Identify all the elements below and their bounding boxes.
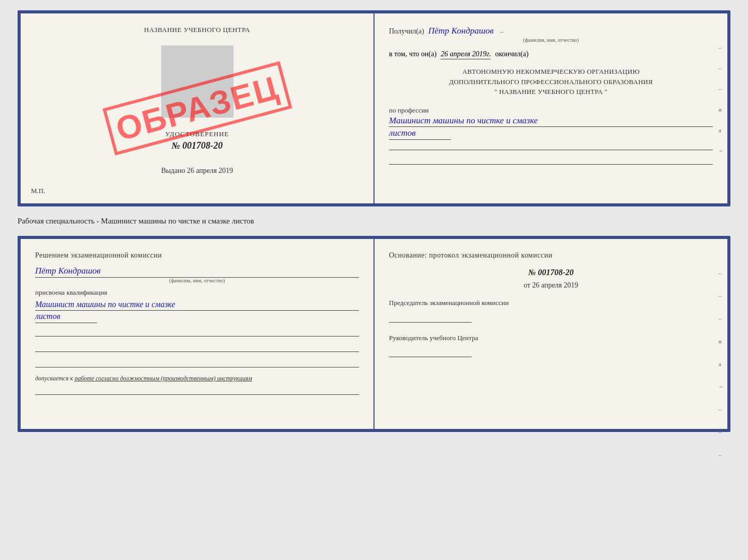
right-side-labels: – – – и а ←: [719, 44, 724, 154]
udostoverenie-title: УДОСТОВЕРЕНИЕ: [165, 130, 229, 138]
org-line1: АВТОНОМНУЮ НЕКОММЕРЧЕСКУЮ ОРГАНИЗАЦИЮ: [389, 67, 713, 77]
prisvoyena-label: присвоена квалификация: [35, 289, 359, 297]
dash-separator: –: [500, 27, 504, 36]
date-block: в том, что он(а) 26 апреля 2019г. окончи…: [389, 50, 713, 59]
org-line2: ДОПОЛНИТЕЛЬНОГО ПРОФЕССИОНАЛЬНОГО ОБРАЗО…: [389, 77, 713, 87]
qualification-line1: Машинист машины по чистке и смазке: [35, 299, 359, 311]
rukovoditel-signature-line: [389, 345, 472, 357]
dopuskaetsya-prefix: допускается к: [35, 375, 73, 382]
qualification-line2: листов: [35, 311, 97, 323]
okoncil-label: окончил(а): [495, 50, 528, 58]
rukovoditel-block: Руководитель учебного Центра: [389, 333, 713, 358]
osnovanie-title: Основание: протокол экзаменационной коми…: [389, 251, 713, 260]
cert-right-panel: Получил(а) Пётр Кондрашов – (фамилия, им…: [375, 13, 727, 203]
mp-line: М.П.: [31, 187, 45, 195]
org-name: " НАЗВАНИЕ УЧЕБНОГО ЦЕНТРА ": [389, 87, 713, 97]
date-value: 26 апреля 2019г.: [441, 50, 491, 59]
cert-number: № 001708-20: [165, 140, 229, 151]
exam-name-block: Пётр Кондрашов (фамилия, имя, отчество): [35, 266, 359, 283]
cert-left-panel: НАЗВАНИЕ УЧЕБНОГО ЦЕНТРА УДОСТОВЕРЕНИЕ №…: [21, 13, 375, 203]
recipient-block: Получил(а) Пётр Кондрашов – (фамилия, им…: [389, 26, 713, 43]
predsedatel-block: Председатель экзаменационной комиссии: [389, 298, 713, 323]
profession-name-2: листов: [389, 127, 451, 140]
date-prefix: от: [524, 281, 531, 289]
exam-right-panel: Основание: протокол экзаменационной коми…: [375, 239, 727, 429]
exam-left-panel: Решением экзаменационной комиссии Пётр К…: [21, 239, 375, 429]
udostoverenie-block: УДОСТОВЕРЕНИЕ № 001708-20: [165, 130, 229, 151]
specialty-label: Рабочая специальность - Машинист машины …: [18, 215, 730, 228]
protocol-date-value: 26 апреля 2019: [532, 281, 578, 289]
profession-name-1: Машинист машины по чистке и смазке: [389, 115, 713, 127]
dopuskaetsya-line: допускается к работе согласно должностны…: [35, 375, 359, 382]
certificate-card-1: НАЗВАНИЕ УЧЕБНОГО ЦЕНТРА УДОСТОВЕРЕНИЕ №…: [18, 10, 730, 206]
blank-line-3: [35, 359, 359, 367]
resheniem-title: Решением экзаменационной комиссии: [35, 251, 359, 260]
stamp-placeholder: [161, 45, 233, 118]
vydano-label: Выдано: [161, 167, 185, 174]
po-professii-label: по профессии: [389, 106, 713, 115]
protocol-date: от 26 апреля 2019: [389, 281, 713, 290]
recipient-name: Пётр Кондрашов: [428, 26, 494, 36]
blank-line-1: [35, 328, 359, 337]
fio-label-1: (фамилия, имя, отчество): [389, 37, 713, 43]
exam-name: Пётр Кондрашов: [35, 266, 359, 278]
protocol-number: № 001708-20: [389, 268, 713, 277]
blank-lines: [35, 328, 359, 367]
right-side-labels-2: – – – и а ← – – –: [719, 270, 724, 458]
document-container: НАЗВАНИЕ УЧЕБНОГО ЦЕНТРА УДОСТОВЕРЕНИЕ №…: [18, 10, 730, 432]
profession-block: по профессии Машинист машины по чистке и…: [389, 104, 713, 165]
center-name-top: НАЗВАНИЕ УЧЕБНОГО ЦЕНТРА: [144, 26, 250, 34]
vydano-line: Выдано 26 апреля 2019: [161, 167, 233, 175]
certificate-card-2: Решением экзаменационной комиссии Пётр К…: [18, 236, 730, 432]
vydano-date: 26 апреля 2019: [187, 167, 233, 174]
rukovoditel-title: Руководитель учебного Центра: [389, 333, 713, 343]
dopuskaetsya-text: работе согласно должностным (производств…: [74, 375, 252, 382]
poluchil-label: Получил(а): [389, 27, 424, 36]
org-block: АВТОНОМНУЮ НЕКОММЕРЧЕСКУЮ ОРГАНИЗАЦИЮ ДО…: [389, 67, 713, 97]
predsedatel-title: Председатель экзаменационной комиссии: [389, 298, 713, 308]
date-label: в том, что он(а): [389, 50, 437, 58]
blank-line-2: [35, 344, 359, 352]
predsedatel-signature-line: [389, 310, 472, 323]
fio-sub-2: (фамилия, имя, отчество): [35, 278, 359, 283]
